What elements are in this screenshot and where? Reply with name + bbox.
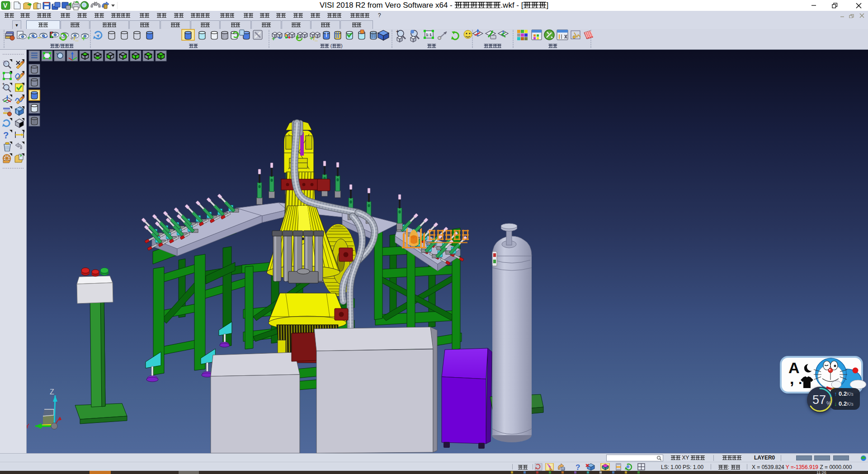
svg-text:+: + bbox=[396, 29, 399, 34]
svg-text:–: – bbox=[38, 34, 41, 41]
svg-text:+: + bbox=[272, 35, 275, 42]
svg-text:/_: /_ bbox=[74, 35, 79, 42]
svg-text:1:1: 1:1 bbox=[426, 33, 432, 37]
svg-text:?: ? bbox=[576, 463, 580, 471]
svg-text:57: 57 bbox=[812, 393, 826, 407]
svg-text:+: + bbox=[310, 35, 313, 42]
svg-text:/_: /_ bbox=[313, 35, 318, 42]
svg-text:10: 10 bbox=[561, 468, 565, 470]
svg-text:V: V bbox=[3, 2, 8, 9]
svg-text:?: ? bbox=[3, 130, 9, 140]
svg-text:+: + bbox=[81, 34, 86, 43]
svg-text:Z: Z bbox=[50, 388, 54, 396]
svg-text:+: + bbox=[70, 35, 74, 42]
svg-text:%: % bbox=[826, 400, 831, 407]
svg-text:-: - bbox=[2, 85, 4, 90]
svg-text:+: + bbox=[627, 465, 629, 469]
svg-text:Y: Y bbox=[27, 422, 30, 430]
svg-text:+: + bbox=[27, 35, 30, 41]
